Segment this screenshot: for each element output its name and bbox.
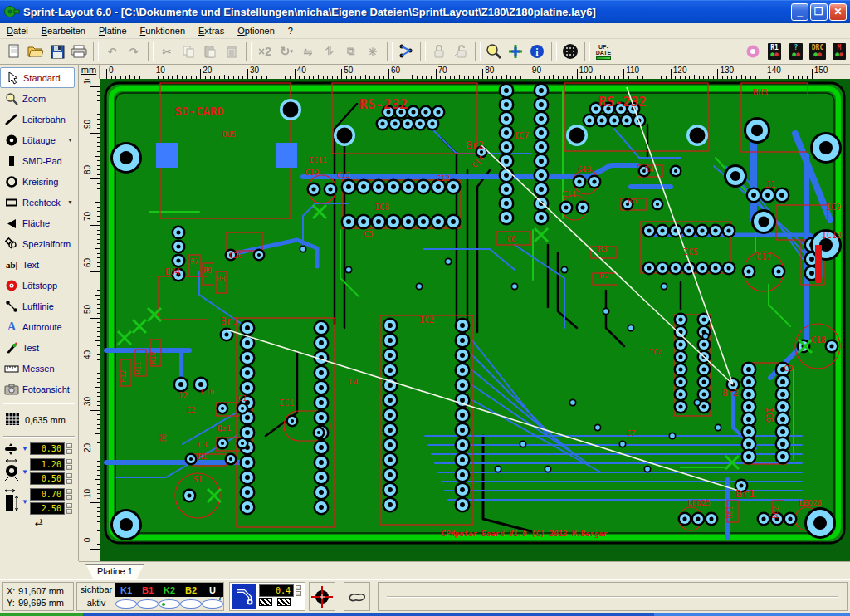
donut-icon[interactable] xyxy=(742,41,764,62)
menu-bearbeiten[interactable]: Bearbeiten xyxy=(35,24,92,37)
r1-icon[interactable]: R1●● xyxy=(764,41,785,62)
save-icon[interactable] xyxy=(46,41,68,62)
pcb-label[interactable]: C18 xyxy=(811,335,826,345)
restore-button[interactable]: ❐ xyxy=(810,3,828,21)
pcb-board[interactable] xyxy=(105,83,844,543)
pcb-label[interactable]: C17 xyxy=(756,252,771,262)
chevron-down-icon[interactable]: ▼ xyxy=(67,137,73,143)
pcb-drawing[interactable]: SD-CARDBU5RS-232RS-232BU3BU4IC11C19C15C1… xyxy=(100,79,850,561)
layer-active-b2[interactable] xyxy=(180,599,202,609)
tool-kreisring[interactable]: Kreisring xyxy=(0,171,78,192)
print-icon[interactable] xyxy=(68,41,90,62)
pcb-label[interactable]: C9 xyxy=(784,364,794,373)
layer-active-k2[interactable] xyxy=(159,599,180,609)
pcb-label[interactable]: S1 xyxy=(193,475,203,484)
pcb-label[interactable]: C19 xyxy=(305,169,319,177)
pcb-label[interactable]: C13 xyxy=(578,165,591,174)
track-mode-icon[interactable] xyxy=(232,584,256,609)
pcb-smd-pad[interactable] xyxy=(156,143,178,168)
pcb-label[interactable]: BU5 xyxy=(222,130,236,139)
pcb-label[interactable]: C6 xyxy=(507,235,516,243)
pcb-label[interactable]: CPMputer Board V1.0 (C) 2013 M.Berger xyxy=(442,530,608,538)
connections-icon[interactable] xyxy=(395,41,417,62)
pcb-label[interactable]: R3 xyxy=(598,245,608,253)
tool-text[interactable]: ab|Text xyxy=(0,254,78,275)
tool-luftlinie[interactable]: Luftlinie xyxy=(0,296,78,316)
track-width-spinner-status[interactable] xyxy=(296,584,301,597)
pcb-label[interactable]: RS-232 xyxy=(598,94,647,110)
m-chip-icon[interactable]: M●● xyxy=(828,41,850,62)
tool-rechteck[interactable]: Rechteck▼ xyxy=(0,192,78,213)
pad-outer-value[interactable]: 1.20 xyxy=(30,458,65,471)
chevron-down-icon[interactable]: ▼ xyxy=(67,199,73,205)
layer-active-k1[interactable] xyxy=(115,599,137,609)
pcb-label[interactable]: R1 xyxy=(198,452,208,461)
tool-ltstopp[interactable]: Lötstopp xyxy=(0,275,78,296)
pcb-label[interactable]: R61 xyxy=(726,506,734,519)
menu-optionen[interactable]: Optionen xyxy=(231,24,281,37)
tool-leiterbahn[interactable]: Leiterbahn xyxy=(0,109,78,130)
crosshair-mode-button[interactable] xyxy=(309,582,335,611)
pcb-label[interactable]: R11 xyxy=(134,362,142,374)
grid-button[interactable]: 0,635 mm xyxy=(0,408,78,433)
pad-outer-spinner[interactable] xyxy=(66,458,72,471)
tool-test[interactable]: Test xyxy=(0,337,78,358)
pcb-label[interactable]: IC4 xyxy=(649,348,662,356)
pcb-label[interactable]: R7 xyxy=(190,258,198,266)
current-track-width[interactable]: 0.4 xyxy=(259,584,294,597)
tool-messen[interactable]: Messen xyxy=(0,358,78,379)
pcb-label[interactable]: LED26 xyxy=(799,499,821,507)
smd-width-spinner[interactable] xyxy=(66,488,72,501)
pcb-label[interactable]: C3 xyxy=(198,441,208,449)
layer-help[interactable]: ? xyxy=(214,582,226,611)
pcb-label[interactable]: C16 xyxy=(201,388,214,396)
track-width-dropdown[interactable]: ▼ xyxy=(22,445,28,452)
pcb-label[interactable]: SD-CARD xyxy=(174,105,223,118)
pcb-label[interactable]: IC1 xyxy=(279,398,294,408)
tab-platine-1[interactable]: Platine 1 xyxy=(85,564,144,579)
crosshair-icon[interactable] xyxy=(505,41,526,62)
hatch-pattern-2[interactable] xyxy=(277,598,291,606)
tool-spezialform[interactable]: Spezialform xyxy=(0,233,78,254)
pcb-label[interactable]: R5 xyxy=(628,197,638,205)
pcb-label[interactable]: R8 xyxy=(217,276,225,283)
close-button[interactable]: ✕ xyxy=(829,3,847,21)
layer-active-b1[interactable] xyxy=(137,599,159,609)
pcb-label[interactable]: C20 xyxy=(229,252,242,260)
pad-size-dropdown[interactable]: ▼ xyxy=(22,468,28,476)
smd-width-value[interactable]: 0.70 xyxy=(30,488,65,501)
pcb-label[interactable]: R4 xyxy=(645,165,654,174)
pcb-canvas[interactable]: SD-CARDBU5RS-232RS-232BU3BU4IC11C19C15C1… xyxy=(100,79,850,561)
pcb-label[interactable]: C11 xyxy=(563,190,576,198)
pad-drill-value[interactable]: 0.50 xyxy=(30,472,65,485)
pcb-label[interactable]: Br1 xyxy=(220,315,238,327)
hatch-pattern-1[interactable] xyxy=(259,598,272,606)
pcb-label[interactable]: R10 xyxy=(149,352,157,364)
layer-visible-b2[interactable]: B2 xyxy=(180,585,202,595)
tool-standard[interactable]: Standard xyxy=(0,67,75,88)
freeform-select-button[interactable] xyxy=(344,582,370,611)
pcb-label[interactable]: R2 xyxy=(600,271,609,280)
open-icon[interactable] xyxy=(25,41,46,62)
zoom-all-icon[interactable] xyxy=(483,41,505,62)
pcb-label[interactable]: J1 xyxy=(765,180,775,189)
info-icon[interactable]: i xyxy=(526,41,548,62)
update-icon[interactable]: UP-DATE xyxy=(593,41,614,62)
layer-visible-b1[interactable]: B1 xyxy=(137,585,159,595)
pcb-label[interactable]: LED25 xyxy=(687,499,710,507)
track-width-spinner[interactable] xyxy=(66,442,72,455)
pcb-label[interactable]: IC2 xyxy=(419,315,434,325)
tool-flche[interactable]: Fläche xyxy=(0,213,78,233)
new-icon[interactable] xyxy=(3,41,25,62)
smd-height-value[interactable]: 2.50 xyxy=(30,502,65,515)
tool-fotoansicht[interactable]: Fotoansicht xyxy=(0,379,78,399)
pcb-label[interactable]: C4 xyxy=(349,378,359,386)
menu-funktionen[interactable]: Funktionen xyxy=(134,24,192,37)
layer-visible-k1[interactable]: K1 xyxy=(115,585,137,595)
layer-visible-k2[interactable]: K2 xyxy=(159,585,180,595)
pcb-label[interactable]: Qz1 xyxy=(217,424,231,433)
smd-height-spinner[interactable] xyxy=(66,502,72,515)
menu-?[interactable]: ? xyxy=(281,24,300,37)
tool-ltauge[interactable]: Lötauge▼ xyxy=(0,130,78,150)
swap-values-button[interactable]: ⇄ xyxy=(0,516,78,528)
